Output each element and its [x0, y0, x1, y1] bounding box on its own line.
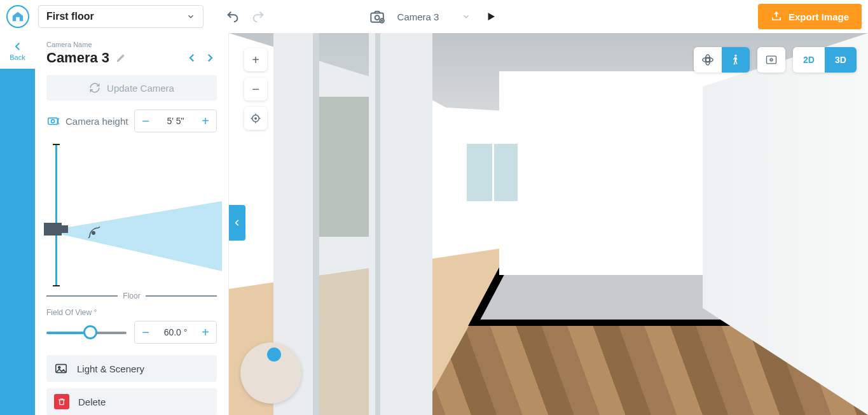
light-scenery-label: Light & Scenery — [77, 363, 144, 374]
window-object — [464, 141, 520, 204]
chevron-down-icon — [186, 12, 195, 21]
camera-select[interactable]: Camera 3 — [397, 11, 471, 22]
render-settings-button[interactable] — [757, 47, 785, 73]
play-button[interactable] — [482, 8, 500, 25]
export-label: Export Image — [789, 11, 849, 22]
orientation-dot — [267, 348, 281, 362]
prev-camera-button[interactable] — [185, 51, 199, 65]
floor-label: Floor — [123, 292, 140, 300]
svg-point-5 — [52, 120, 55, 123]
camera-prev-next — [185, 51, 217, 65]
fov-increment[interactable]: + — [195, 325, 216, 340]
app-logo[interactable] — [6, 5, 29, 28]
fov-label: Field Of View ° — [46, 308, 217, 317]
viewport-3d[interactable]: + − 2D 3D — [229, 33, 868, 415]
update-camera-label: Update Camera — [107, 83, 174, 94]
floor-select-value: First floor — [46, 11, 94, 22]
svg-point-8 — [59, 367, 60, 369]
next-camera-button[interactable] — [203, 51, 217, 65]
orbit-mode-button[interactable] — [694, 47, 722, 73]
chevron-left-icon — [233, 218, 242, 227]
camera-select-group: Camera 3 — [368, 8, 500, 25]
orbit-icon — [701, 53, 715, 67]
navigation-puck[interactable] — [240, 342, 301, 404]
zoom-controls: + − — [244, 48, 267, 130]
camera-preview-diagram[interactable] — [46, 144, 217, 290]
floor-ruler: Floor — [46, 292, 217, 300]
undo-button[interactable] — [225, 9, 240, 24]
height-value: 5' 5" — [156, 116, 195, 126]
fov-decrement[interactable]: − — [135, 325, 156, 340]
svg-point-11 — [706, 58, 710, 62]
redo-button[interactable] — [251, 9, 266, 24]
undo-redo-group — [225, 9, 266, 24]
svg-point-2 — [375, 15, 379, 20]
back-button[interactable]: Back — [0, 33, 35, 69]
svg-point-14 — [734, 55, 736, 57]
trash-icon — [54, 394, 69, 409]
chevron-left-icon — [12, 41, 24, 52]
view-3d-button[interactable]: 3D — [825, 47, 857, 73]
edit-name-button[interactable] — [116, 53, 126, 63]
collapse-sidebar-button[interactable] — [229, 205, 245, 241]
svg-rect-0 — [16, 17, 20, 21]
zoom-out-button[interactable]: − — [244, 78, 267, 101]
top-bar: First floor Camera 3 Export Image — [0, 0, 868, 33]
height-decrement[interactable]: − — [135, 114, 156, 129]
angle-handle-icon[interactable] — [87, 224, 102, 239]
image-icon — [54, 362, 68, 376]
camera-height-stepper[interactable]: − 5' 5" + — [134, 109, 217, 132]
camera-name-row: Camera 3 — [46, 50, 126, 66]
dimension-pill: 2D 3D — [793, 47, 857, 73]
fov-value: 60.0 ° — [156, 327, 195, 337]
recenter-button[interactable] — [244, 107, 267, 130]
back-strip: Back — [0, 33, 35, 415]
svg-point-6 — [92, 231, 95, 235]
floor-select[interactable]: First floor — [38, 5, 203, 28]
chevron-down-icon — [462, 12, 471, 21]
export-image-button[interactable]: Export Image — [758, 4, 862, 29]
zoom-in-button[interactable]: + — [244, 48, 267, 71]
fov-row: − 60.0 ° + — [46, 321, 217, 344]
gear-in-frame-icon — [765, 53, 778, 66]
refresh-icon — [89, 82, 100, 94]
nav-mode-pill — [694, 47, 750, 73]
svg-rect-15 — [767, 56, 776, 64]
svg-rect-4 — [48, 118, 58, 124]
svg-point-10 — [255, 118, 256, 119]
fov-slider[interactable] — [46, 326, 127, 339]
camera-height-icon — [46, 114, 60, 128]
camera-height-row: Camera height − 5' 5" + — [46, 109, 217, 132]
settings-pill — [757, 47, 785, 73]
delete-camera-button[interactable]: Delete — [46, 388, 217, 415]
camera-sidebar: Camera Name Camera 3 Update Camera Camer… — [35, 33, 229, 415]
export-icon — [771, 11, 782, 22]
crosshair-icon — [250, 113, 261, 124]
delete-label: Delete — [78, 397, 106, 407]
update-camera-button[interactable]: Update Camera — [46, 75, 217, 101]
walk-mode-button[interactable] — [722, 47, 750, 73]
camera-height-label: Camera height — [65, 116, 128, 127]
view-controls: 2D 3D — [694, 47, 857, 73]
light-scenery-button[interactable]: Light & Scenery — [46, 355, 217, 382]
add-camera-icon[interactable] — [368, 8, 386, 25]
fov-stepper[interactable]: − 60.0 ° + — [134, 321, 217, 344]
svg-point-16 — [770, 59, 772, 60]
walk-icon — [729, 53, 742, 66]
camera-select-value: Camera 3 — [397, 11, 439, 22]
back-label: Back — [10, 53, 25, 61]
camera-name-value: Camera 3 — [46, 50, 109, 66]
height-increment[interactable]: + — [195, 114, 216, 129]
view-2d-button[interactable]: 2D — [793, 47, 825, 73]
camera-name-label: Camera Name — [46, 41, 217, 48]
